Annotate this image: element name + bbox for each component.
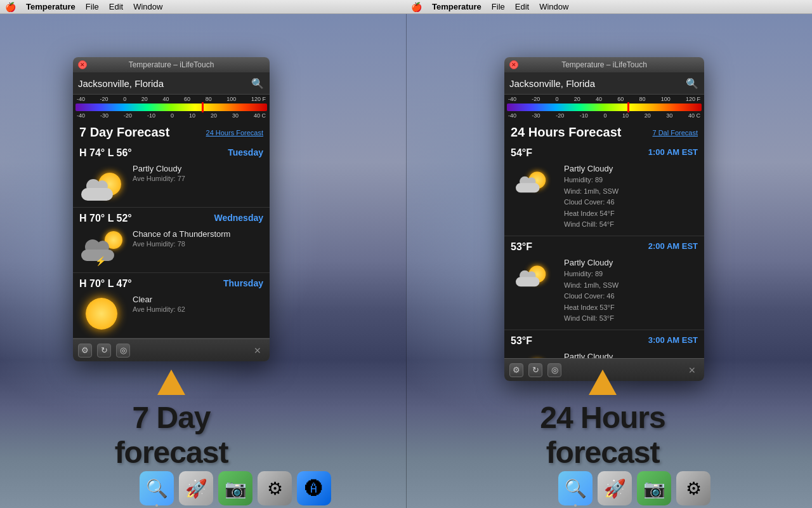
- day-item-wednesday: H 70° L 52° Wednesday ⚡ Chance of a Thun…: [73, 208, 270, 273]
- file-menu-right[interactable]: File: [492, 2, 505, 11]
- 1am-temp: 54°F: [511, 147, 532, 159]
- thursday-temp: H 70° L 47°: [79, 278, 132, 290]
- apple-menu-left[interactable]: 🍎: [5, 2, 16, 12]
- 3am-condition: Partly Cloudy: [564, 352, 654, 358]
- tuesday-humidity: Ave Humidity: 77: [133, 175, 263, 182]
- hour-item-3am: 53°F 3:00 AM EST Partly Cloudy: [504, 330, 704, 358]
- cloud-1am: [516, 178, 540, 193]
- right-menu-bar: 🍎 Temperature File Edit Window: [406, 0, 812, 14]
- left-forecast-header: 7 Day Forecast 24 Hours Forecast: [73, 120, 270, 142]
- 2am-time: 2:00 AM EST: [648, 241, 698, 253]
- left-refresh-button[interactable]: ↻: [97, 344, 111, 358]
- left-scale-bar: [75, 104, 267, 111]
- left-f-labels: -40-20020406080100120 F: [75, 96, 267, 102]
- left-dock: 🔍 🚀 📷 ⚙ 🅐: [127, 462, 344, 508]
- body-1am: [516, 183, 540, 192]
- left-toolbar-buttons: ⚙ ↻ ◎: [78, 344, 130, 358]
- 2am-temp: 53°F: [511, 241, 532, 253]
- 1am-time: 1:00 AM EST: [648, 147, 698, 159]
- 3am-temp: 53°F: [511, 335, 532, 347]
- 3am-header: 53°F 3:00 AM EST: [511, 335, 698, 347]
- left-forecast-link[interactable]: 24 Hours Forecast: [206, 129, 263, 137]
- 3am-icon: [511, 352, 561, 358]
- app-name-left[interactable]: Temperature: [26, 2, 75, 11]
- tuesday-condition: Partly Cloudy: [133, 164, 263, 173]
- dock-system-left[interactable]: ⚙: [258, 471, 292, 505]
- left-bottom-label: 7 Day forecast: [73, 400, 270, 470]
- cloud-2am: [516, 272, 540, 287]
- 1am-details: Humidity: 89 Wind: 1mlh, SSW Cloud Cover…: [564, 175, 657, 231]
- left-forecast-scroll[interactable]: H 74° L 56° Tuesday Partly Cloudy Ave Hu…: [73, 142, 270, 338]
- right-forecast-header: 24 Hours Forecast 7 Dal Forecast: [504, 120, 704, 142]
- right-search-button[interactable]: 🔍: [685, 76, 699, 90]
- left-weather-window: ✕ Temperature – iLifeTouch Jacksonville,…: [73, 57, 270, 361]
- right-close-button[interactable]: ✕: [509, 60, 518, 69]
- right-forecast-title: 24 Hours Forecast: [511, 125, 622, 140]
- tuesday-name: Tuesday: [228, 147, 263, 159]
- center-divider: [406, 0, 407, 508]
- 2am-icon: [511, 258, 561, 295]
- tuesday-icon: [79, 164, 124, 202]
- rocket-icon-left: 🚀: [185, 478, 207, 499]
- right-temp-scale: -40-20020406080100120 F -40-30-20-100102…: [504, 95, 704, 120]
- thursday-humidity: Ave Humidity: 62: [133, 305, 263, 313]
- dock-rocket-right[interactable]: 🚀: [598, 471, 632, 505]
- system-icon-left: ⚙: [267, 478, 283, 499]
- lightning-bolt: ⚡: [95, 256, 106, 266]
- dock-iphoto-left[interactable]: 📷: [218, 471, 252, 505]
- file-menu-left[interactable]: File: [86, 2, 99, 11]
- dock-finder-right[interactable]: 🔍: [558, 471, 593, 505]
- tuesday-details: Partly Cloudy Ave Humidity: 77: [133, 164, 263, 202]
- left-menu-bar: 🍎 Temperature File Edit Window: [0, 0, 406, 14]
- wednesday-condition: Chance of a Thunderstorm: [133, 229, 263, 239]
- right-search-bar: Jacksonville, Florida 🔍: [504, 72, 704, 95]
- left-close-button[interactable]: ✕: [78, 60, 87, 69]
- right-scale-bar: [507, 104, 702, 111]
- dock-system-right[interactable]: ⚙: [676, 471, 710, 505]
- right-f-labels: -40-20020406080100120 F: [507, 96, 702, 102]
- app-name-right[interactable]: Temperature: [432, 2, 481, 11]
- dock-iphoto-right[interactable]: 📷: [637, 471, 671, 505]
- right-weather-window: ✕ Temperature – iLifeTouch Jacksonville,…: [504, 57, 704, 381]
- wednesday-header: H 70° L 52° Wednesday: [79, 213, 263, 224]
- left-title-bar: ✕ Temperature – iLifeTouch: [73, 57, 270, 72]
- left-search-button[interactable]: 🔍: [251, 76, 265, 90]
- right-c-labels: -40-30-20-10010203040 C: [507, 112, 702, 119]
- right-arrow-up: [589, 370, 617, 395]
- tuesday-temp: H 74° L 56°: [79, 147, 132, 159]
- edit-menu-left[interactable]: Edit: [109, 2, 123, 11]
- wednesday-icon: ⚡: [79, 229, 124, 267]
- left-search-bar: Jacksonville, Florida 🔍: [73, 72, 270, 95]
- 3am-time: 3:00 AM EST: [648, 335, 698, 347]
- left-temp-marker: [202, 102, 204, 112]
- 2am-header: 53°F 2:00 AM EST: [511, 241, 698, 253]
- left-settings-button[interactable]: ⚙: [78, 344, 92, 358]
- left-label-area: 7 Day forecast: [73, 370, 270, 470]
- dock-finder-left[interactable]: 🔍: [140, 471, 174, 505]
- right-dock: 🔍 🚀 📷 ⚙: [546, 462, 723, 508]
- right-forecast-scroll[interactable]: 54°F 1:00 AM EST Partly Cloudy Humidity:…: [504, 142, 704, 358]
- left-temp-scale: -40-20020406080100120 F -40-30-20-100102…: [73, 95, 270, 120]
- dock-rocket-left[interactable]: 🚀: [179, 471, 213, 505]
- apple-menu-right[interactable]: 🍎: [411, 2, 422, 12]
- right-forecast-link[interactable]: 7 Dal Forecast: [652, 129, 698, 137]
- left-close-x-button[interactable]: ✕: [251, 344, 265, 358]
- 1am-icon: [511, 164, 561, 201]
- dock-appstore-left[interactable]: 🅐: [297, 471, 331, 505]
- partly-cloudy-icon-tuesday: [81, 166, 122, 201]
- left-arrow-up: [157, 370, 185, 395]
- 1am-condition: Partly Cloudy: [564, 164, 657, 173]
- thursday-icon: [79, 295, 124, 333]
- system-icon-right: ⚙: [686, 478, 702, 499]
- day-item-tuesday: H 74° L 56° Tuesday Partly Cloudy Ave Hu…: [73, 142, 270, 208]
- wednesday-name: Wednesday: [214, 213, 263, 224]
- window-menu-right[interactable]: Window: [539, 2, 568, 11]
- window-menu-left[interactable]: Window: [133, 2, 162, 11]
- body-2am: [516, 277, 540, 286]
- 1am-info: Partly Cloudy Humidity: 89 Wind: 1mlh, S…: [564, 164, 657, 231]
- partly-cloudy-icon-1am: [516, 166, 547, 192]
- right-title-bar: ✕ Temperature – iLifeTouch: [504, 57, 704, 72]
- left-location-button[interactable]: ◎: [116, 344, 130, 358]
- edit-menu-right[interactable]: Edit: [515, 2, 529, 11]
- right-temp-marker: [627, 102, 629, 112]
